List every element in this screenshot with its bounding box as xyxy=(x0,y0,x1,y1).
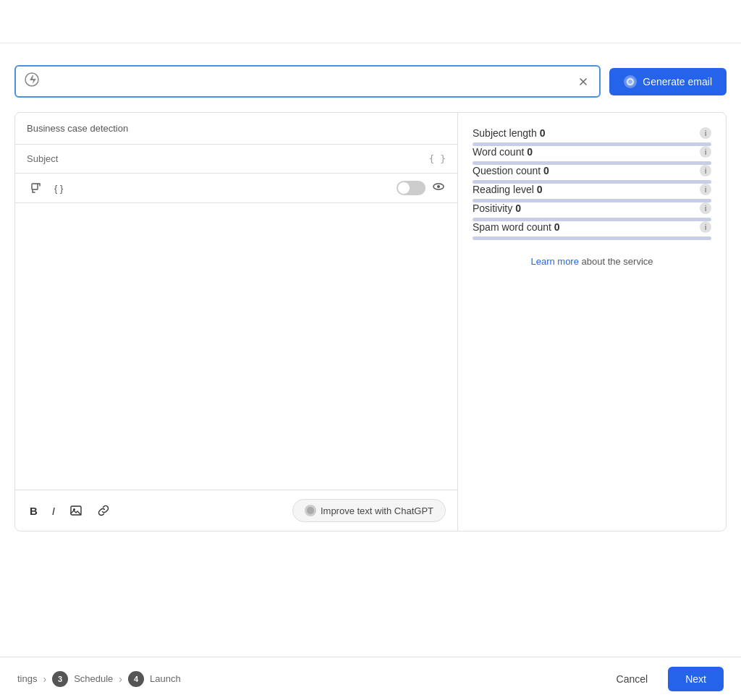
italic-button[interactable]: I xyxy=(49,503,58,518)
metric-row-5: Spam word count 0 i xyxy=(473,221,711,240)
metric-header-0: Subject length 0 i xyxy=(473,127,711,139)
breadcrumb-item-schedule[interactable]: 3 Schedule xyxy=(52,671,113,687)
metric-header-5: Spam word count 0 i xyxy=(473,221,711,233)
improve-text-button[interactable]: Improve text with ChatGPT xyxy=(292,499,446,522)
nav-actions: Cancel Next xyxy=(605,667,724,691)
learn-more-suffix: about the service xyxy=(579,256,653,267)
next-button[interactable]: Next xyxy=(668,667,724,691)
learn-more-link[interactable]: Learn more xyxy=(530,256,578,267)
generate-email-button[interactable]: Generate email xyxy=(609,68,727,95)
breadcrumb-circle-3: 3 xyxy=(52,671,68,687)
prompt-clear-button[interactable] xyxy=(576,74,590,89)
metric-label-3: Reading level 0 xyxy=(473,184,543,195)
preview-eye-button[interactable] xyxy=(431,179,446,197)
metric-header-3: Reading level 0 i xyxy=(473,184,711,195)
metric-row-1: Word count 0 i xyxy=(473,146,711,165)
svg-rect-2 xyxy=(32,184,38,189)
chatgpt-generate-icon xyxy=(624,75,637,88)
metric-header-2: Question count 0 i xyxy=(473,165,711,176)
metric-row-4: Positivity 0 i xyxy=(473,202,711,221)
metric-header-4: Positivity 0 i xyxy=(473,202,711,214)
breadcrumb-label-schedule: Schedule xyxy=(74,673,113,684)
metric-label-2: Question count 0 xyxy=(473,165,549,176)
image-button[interactable] xyxy=(67,503,85,518)
svg-point-6 xyxy=(73,508,75,511)
prompt-input[interactable]: I want to reach out to B2B sales reps xyxy=(45,75,570,88)
generate-email-label: Generate email xyxy=(643,76,712,88)
metric-info-icon-2[interactable]: i xyxy=(700,165,711,176)
link-button[interactable] xyxy=(94,503,113,518)
metric-row-2: Question count 0 i xyxy=(473,165,711,184)
svg-point-7 xyxy=(307,507,314,514)
metric-label-0: Subject length 0 xyxy=(473,127,545,139)
chatgpt-improve-icon xyxy=(305,505,316,516)
metric-row-0: Subject length 0 i xyxy=(473,127,711,146)
breadcrumb-item-launch[interactable]: 4 Launch xyxy=(128,671,181,687)
prompt-input-wrapper: I want to reach out to B2B sales reps xyxy=(14,65,601,98)
metric-info-icon-4[interactable]: i xyxy=(700,202,711,214)
editor-left-panel: Business case detection Subject { } xyxy=(15,113,458,531)
subject-row: Subject { } xyxy=(15,145,457,174)
metric-label-4: Positivity 0 xyxy=(473,202,521,214)
crop-icon-button[interactable] xyxy=(27,180,46,196)
email-editor-body[interactable] xyxy=(15,203,457,490)
metric-info-icon-0[interactable]: i xyxy=(700,127,711,139)
main-content: I want to reach out to B2B sales reps Ge… xyxy=(0,43,741,657)
editor-bottom-toolbar: B I xyxy=(15,490,457,531)
editor-card: Business case detection Subject { } xyxy=(14,112,727,532)
breadcrumb-sep-2: › xyxy=(119,673,122,685)
learn-more-row: Learn more about the service xyxy=(473,256,711,267)
left-header: Business case detection xyxy=(15,113,457,145)
svg-point-4 xyxy=(437,185,440,188)
breadcrumb-item-settings: tings xyxy=(17,673,37,684)
metric-header-1: Word count 0 i xyxy=(473,146,711,158)
braces-button[interactable]: { } xyxy=(51,182,66,195)
subject-label: Subject xyxy=(27,153,423,164)
toolbar-row: { } xyxy=(15,174,457,203)
metric-info-icon-3[interactable]: i xyxy=(700,184,711,195)
prompt-row: I want to reach out to B2B sales reps Ge… xyxy=(14,65,727,98)
improve-text-label: Improve text with ChatGPT xyxy=(321,505,433,516)
subject-braces: { } xyxy=(429,153,446,164)
prompt-icon xyxy=(25,72,39,90)
metric-info-icon-1[interactable]: i xyxy=(700,146,711,158)
metrics-container: Subject length 0 i Word count 0 i Questi… xyxy=(473,127,711,240)
metric-label-5: Spam word count 0 xyxy=(473,221,560,233)
metric-bar-5 xyxy=(473,236,711,240)
toggle-switch[interactable] xyxy=(397,181,425,195)
bottom-nav: tings › 3 Schedule › 4 Launch Cancel Nex… xyxy=(0,657,741,700)
breadcrumb-circle-4: 4 xyxy=(128,671,144,687)
metric-row-3: Reading level 0 i xyxy=(473,184,711,202)
metric-label-1: Word count 0 xyxy=(473,146,533,158)
cancel-button[interactable]: Cancel xyxy=(605,667,660,691)
metric-info-icon-5[interactable]: i xyxy=(700,221,711,233)
breadcrumb-sep-1: › xyxy=(43,673,46,685)
bold-button[interactable]: B xyxy=(27,503,41,518)
business-case-label: Business case detection xyxy=(27,123,128,134)
breadcrumb-label-launch: Launch xyxy=(150,673,181,684)
top-bar xyxy=(0,0,741,43)
editor-right-panel: Subject length 0 i Word count 0 i Questi… xyxy=(458,113,726,531)
